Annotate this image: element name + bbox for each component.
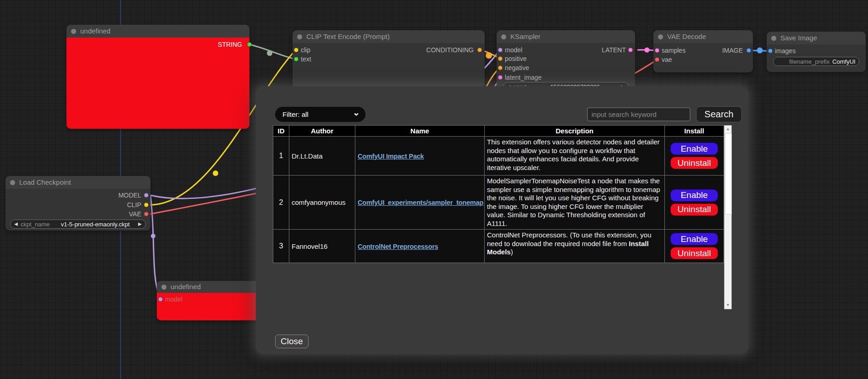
chevron-down-icon: ⌄ (353, 110, 360, 115)
output-dot-latent-icon[interactable] (628, 48, 633, 52)
input-label-negative: negative (505, 64, 529, 72)
output-dot-vae-icon[interactable] (144, 212, 149, 216)
node-title-bar: undefined (66, 25, 249, 38)
node-title: Save Image (780, 34, 817, 42)
input-dot-latent-image-icon[interactable] (498, 75, 503, 80)
node-collapse-dot-icon[interactable] (297, 34, 302, 39)
input-dot-clip-icon[interactable] (294, 48, 299, 52)
extension-link[interactable]: ComfyUI Impact Pack (358, 153, 424, 160)
cell-id: 3 (273, 230, 289, 263)
input-dot-negative-icon[interactable] (498, 66, 503, 70)
enable-button[interactable]: Enable (670, 189, 718, 202)
output-dot-conditioning-icon[interactable] (477, 48, 482, 52)
table-row: 2 comfyanonymous ComfyUI_experiments/sam… (273, 176, 724, 230)
node-title: CLIP Text Encode (Prompt) (306, 33, 390, 40)
table-header-row: ID Author Name Description Install (273, 126, 724, 137)
link-dot-gray (267, 50, 272, 56)
node-collapse-dot-icon[interactable] (771, 36, 776, 41)
output-label-model: MODEL (118, 191, 141, 199)
table-scrollbar[interactable]: ▲ ▼ (724, 125, 732, 309)
uninstall-button[interactable]: Uninstall (670, 203, 718, 216)
input-label-model: model (165, 295, 182, 303)
extension-manager-dialog: Filter: all ⌄ Search ID Author Name Desc… (256, 86, 748, 354)
node-load-checkpoint[interactable]: Load Checkpoint MODEL CLIP VAE ◀ ckpt_na… (6, 176, 150, 231)
output-dot-image-icon[interactable] (746, 48, 751, 53)
extension-link[interactable]: ControlNet Preprocessors (358, 243, 438, 250)
search-button[interactable]: Search (696, 106, 742, 122)
ckpt-name-widget[interactable]: ◀ ckpt_name v1-5-pruned-emaonly.ckpt ▶ (10, 220, 146, 229)
link-dot-purple (151, 234, 155, 238)
output-label-conditioning: CONDITIONING (426, 46, 474, 54)
input-dot-vae-icon[interactable] (655, 57, 659, 62)
input-label-latent-image: latent_image (505, 73, 542, 82)
node-undefined-top[interactable]: undefined STRING (66, 25, 249, 129)
scrollbar-thumb[interactable] (725, 133, 732, 214)
input-label-positive: positive (505, 55, 526, 63)
input-dot-model-icon[interactable] (158, 297, 163, 302)
output-dot-model-icon[interactable] (144, 193, 149, 198)
cell-description: This extension offers various detector n… (485, 137, 665, 176)
input-label-text: text (301, 55, 311, 63)
ckpt-prev-icon[interactable]: ◀ (14, 220, 18, 229)
uninstall-button[interactable]: Uninstall (670, 247, 718, 259)
node-title-bar: CLIP Text Encode (Prompt) (293, 30, 485, 43)
enable-button[interactable]: Enable (670, 143, 718, 155)
ckpt-next-icon[interactable]: ▶ (138, 220, 142, 229)
filename-prefix-widget[interactable]: filename_prefix ComfyUI (773, 57, 859, 66)
output-label-string: STRING (218, 40, 242, 49)
node-collapse-dot-icon[interactable] (161, 285, 166, 290)
node-vae-decode[interactable]: VAE Decode samples vae IMAGE (653, 30, 753, 72)
node-title-bar: undefined (157, 281, 260, 293)
cell-description: ControlNet Preprocessors. (To use this e… (485, 230, 665, 263)
close-button[interactable]: Close (275, 335, 309, 348)
node-collapse-dot-icon[interactable] (501, 34, 506, 39)
link-dot-yellow (213, 170, 218, 176)
filename-prefix-value: ComfyUI (832, 58, 856, 65)
node-title: undefined (171, 283, 201, 291)
input-dot-positive-icon[interactable] (498, 56, 503, 61)
node-save-image[interactable]: Save Image images filename_prefix ComfyU… (767, 32, 866, 72)
extensions-table: ID Author Name Description Install 1 Dr.… (273, 125, 724, 263)
scroll-down-icon[interactable]: ▼ (724, 302, 731, 309)
link-dot-blue (757, 48, 763, 54)
search-input[interactable] (587, 107, 691, 121)
node-title: KSampler (510, 33, 541, 40)
output-label-vae: VAE (129, 210, 141, 218)
node-collapse-dot-icon[interactable] (10, 180, 15, 185)
node-title-bar: KSampler (497, 30, 635, 43)
scroll-up-icon[interactable]: ▲ (724, 126, 731, 133)
input-label-vae: vae (662, 55, 672, 64)
node-title: VAE Decode (667, 33, 706, 40)
extensions-table-wrap: ID Author Name Description Install 1 Dr.… (273, 125, 732, 309)
output-label-latent: LATENT (602, 46, 626, 54)
node-title-bar: Save Image (767, 32, 866, 44)
node-title-bar: Load Checkpoint (6, 176, 150, 189)
node-collapse-dot-icon[interactable] (71, 29, 76, 34)
node-undefined-bottom[interactable]: undefined model (157, 281, 260, 320)
cell-author: comfyanonymous (289, 176, 355, 230)
filename-prefix-label: filename_prefix (789, 58, 829, 65)
header-description: Description (485, 126, 665, 137)
cell-description: ModelSamplerTonemapNoiseTest a node that… (485, 176, 665, 230)
output-label-image: IMAGE (722, 46, 743, 55)
input-label-samples: samples (662, 46, 686, 55)
link-dot-orange (486, 52, 492, 59)
input-label-images: images (775, 47, 796, 55)
node-collapse-dot-icon[interactable] (658, 34, 663, 39)
input-dot-model-icon[interactable] (498, 48, 503, 52)
input-dot-text-icon[interactable] (294, 57, 299, 61)
output-dot-string-icon[interactable] (247, 42, 252, 47)
filter-select[interactable]: Filter: all ⌄ (275, 107, 365, 122)
enable-button[interactable]: Enable (670, 233, 718, 245)
uninstall-button[interactable]: Uninstall (670, 157, 718, 169)
input-label-clip: clip (301, 46, 310, 54)
node-title-bar: VAE Decode (653, 30, 753, 43)
input-dot-samples-icon[interactable] (655, 48, 659, 53)
extension-link[interactable]: ComfyUI_experiments/sampler_tonemap (358, 199, 483, 206)
header-id: ID (273, 126, 289, 137)
output-dot-clip-icon[interactable] (144, 203, 149, 207)
filter-select-value: Filter: all (282, 110, 309, 118)
node-title: Load Checkpoint (19, 178, 71, 186)
input-dot-images-icon[interactable] (768, 49, 773, 53)
cell-id: 1 (273, 137, 289, 176)
